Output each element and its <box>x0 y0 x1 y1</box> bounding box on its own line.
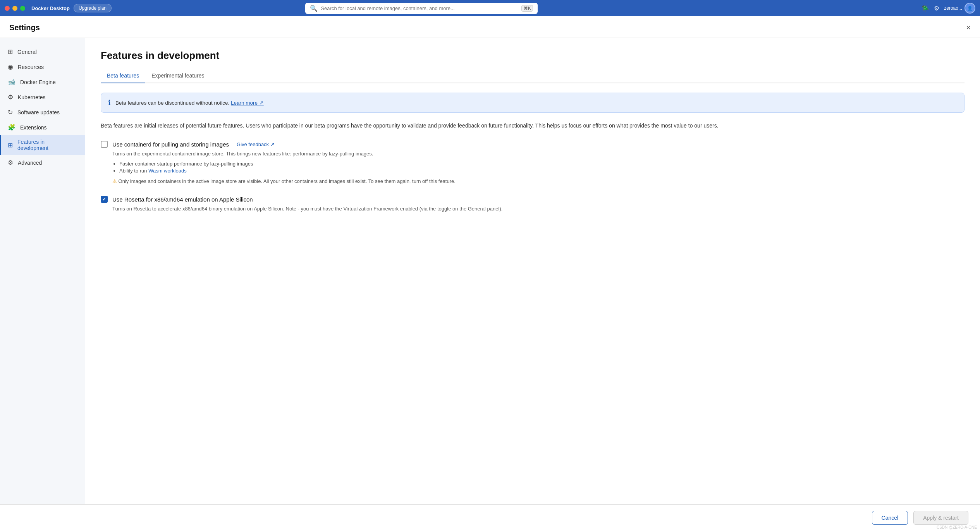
search-bar: 🔍 ⌘K <box>305 3 538 14</box>
sidebar-item-label: Docker Engine <box>20 79 56 85</box>
settings-footer: Cancel Apply & restart <box>0 504 980 531</box>
sidebar-item-general[interactable]: ⊞ General <box>0 44 85 59</box>
feature-containerd: Use containerd for pulling and storing i… <box>101 141 965 185</box>
info-icon: ℹ <box>108 98 111 107</box>
page-title: Features in development <box>101 50 965 62</box>
titlebar-right: 🪲 ⚙ zeroao... 👤 <box>922 3 975 14</box>
kubernetes-icon: ⚙ <box>8 93 13 101</box>
info-text: Beta features can be discontinued withou… <box>115 100 264 106</box>
docker-engine-icon: 🐋 <box>8 78 15 86</box>
search-input[interactable] <box>321 5 518 11</box>
resources-icon: ◉ <box>8 63 13 71</box>
main-content: Features in development Beta features Ex… <box>85 38 980 504</box>
search-shortcut: ⌘K <box>521 5 533 12</box>
traffic-lights <box>5 6 25 11</box>
titlebar: Docker Desktop Upgrade plan 🔍 ⌘K 🪲 ⚙ zer… <box>0 0 980 16</box>
avatar: 👤 <box>965 3 975 14</box>
settings-window: Settings × ⊞ General ◉ Resources 🐋 Docke… <box>0 16 980 531</box>
containerd-desc: Turns on the experimental containerd ima… <box>112 150 965 158</box>
warning-icon: ⚠ <box>112 178 117 184</box>
features-icon: ⊞ <box>8 141 13 149</box>
containerd-warning: ⚠ Only images and containers in the acti… <box>112 178 965 185</box>
user-avatar[interactable]: zeroao... 👤 <box>944 3 975 14</box>
feature-rosetta-header: Use Rosetta for x86/amd64 emulation on A… <box>101 196 965 203</box>
app-title: Docker Desktop <box>31 5 70 11</box>
rosetta-desc: Turns on Rosetta to accelerate x86/amd64… <box>112 205 965 213</box>
feature-containerd-header: Use containerd for pulling and storing i… <box>101 141 965 148</box>
rosetta-label: Use Rosetta for x86/amd64 emulation on A… <box>112 196 253 203</box>
search-icon: 🔍 <box>310 5 318 12</box>
feature-rosetta: Use Rosetta for x86/amd64 emulation on A… <box>101 196 965 213</box>
sidebar-item-label: Kubernetes <box>18 94 46 100</box>
sidebar-item-features-in-development[interactable]: ⊞ Features in development <box>0 135 85 155</box>
sidebar-item-kubernetes[interactable]: ⚙ Kubernetes <box>0 90 85 105</box>
advanced-icon: ⚙ <box>8 159 13 166</box>
tabs: Beta features Experimental features <box>101 69 965 83</box>
maximize-traffic-light[interactable] <box>20 6 25 11</box>
upgrade-plan-button[interactable]: Upgrade plan <box>74 4 112 12</box>
watermark: CSDN @ZERO-A-ONE <box>937 525 977 529</box>
sidebar-item-label: Extensions <box>20 124 46 131</box>
learn-more-link[interactable]: Learn more ↗ <box>231 100 264 106</box>
tab-beta-features[interactable]: Beta features <box>101 69 145 83</box>
software-updates-icon: ↻ <box>8 109 13 116</box>
bug-icon[interactable]: 🪲 <box>922 5 929 12</box>
sidebar-item-docker-engine[interactable]: 🐋 Docker Engine <box>0 74 85 90</box>
sidebar-item-label: Features in development <box>17 139 77 151</box>
settings-header: Settings × <box>0 16 980 38</box>
containerd-checkbox[interactable] <box>101 141 108 148</box>
bullet-item: Faster container startup performance by … <box>119 161 965 167</box>
close-traffic-light[interactable] <box>5 6 10 11</box>
tab-experimental-features[interactable]: Experimental features <box>145 69 210 83</box>
general-icon: ⊞ <box>8 48 13 55</box>
apply-restart-button[interactable]: Apply & restart <box>913 511 968 525</box>
sidebar-item-label: Advanced <box>18 160 42 166</box>
gear-icon[interactable]: ⚙ <box>934 5 939 12</box>
sidebar-item-label: General <box>17 49 37 55</box>
sidebar-item-label: Resources <box>18 64 44 70</box>
sidebar-item-resources[interactable]: ◉ Resources <box>0 59 85 74</box>
sidebar-item-advanced[interactable]: ⚙ Advanced <box>0 155 85 170</box>
wasm-link[interactable]: Wasm workloads <box>148 168 186 174</box>
sidebar-item-extensions[interactable]: 🧩 Extensions <box>0 120 85 135</box>
settings-body: ⊞ General ◉ Resources 🐋 Docker Engine ⚙ … <box>0 38 980 504</box>
give-feedback-link[interactable]: Give feedback ↗ <box>237 141 275 147</box>
sidebar: ⊞ General ◉ Resources 🐋 Docker Engine ⚙ … <box>0 38 85 504</box>
sidebar-item-label: Software updates <box>17 109 60 116</box>
extensions-icon: 🧩 <box>8 124 15 131</box>
cancel-button[interactable]: Cancel <box>872 511 908 525</box>
bullet-item: Ability to run Wasm workloads <box>119 168 965 174</box>
settings-title: Settings <box>9 23 40 32</box>
minimize-traffic-light[interactable] <box>12 6 17 11</box>
containerd-label: Use containerd for pulling and storing i… <box>112 141 229 148</box>
close-button[interactable]: × <box>966 23 971 32</box>
sidebar-item-software-updates[interactable]: ↻ Software updates <box>0 105 85 120</box>
info-banner: ℹ Beta features can be discontinued with… <box>101 93 965 113</box>
username-label: zeroao... <box>944 5 962 11</box>
description-text: Beta features are initial releases of po… <box>101 121 965 130</box>
rosetta-checkbox[interactable] <box>101 196 108 203</box>
containerd-bullets: Faster container startup performance by … <box>119 161 965 174</box>
